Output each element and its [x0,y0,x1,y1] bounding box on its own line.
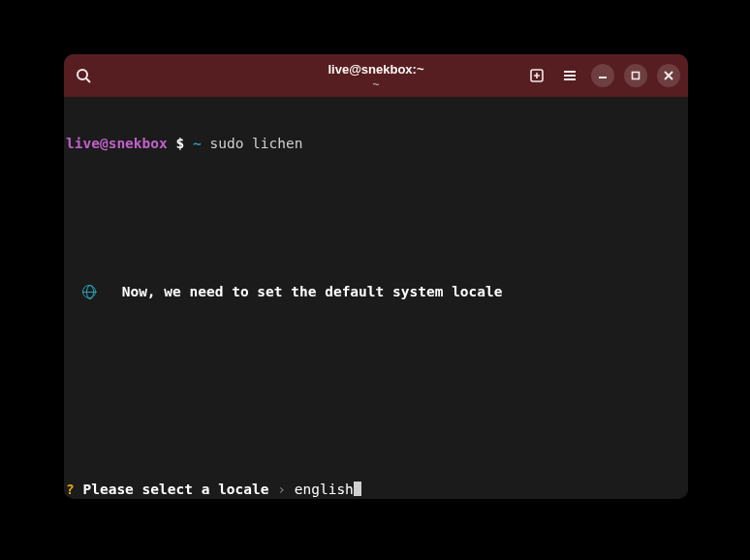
window-title: live@snekbox:~ ~ [328,62,423,90]
question-arrow: › [277,482,286,497]
terminal-window: live@snekbox:~ ~ [64,54,688,499]
prompt-line: live@snekbox $ ~ sudo lichen [66,136,686,152]
title-main: live@snekbox:~ [328,62,423,78]
prompt-char: $ [176,136,185,151]
close-button[interactable] [657,64,680,87]
globe-icon [82,285,96,298]
question-prompt: Please select a locale [82,482,268,497]
search-icon[interactable] [72,64,95,87]
title-subtitle: ~ [328,78,423,89]
titlebar: live@snekbox:~ ~ [64,54,688,97]
question-line[interactable]: ? Please select a locale › english [66,482,686,498]
hamburger-menu-icon[interactable] [558,64,581,87]
svg-line-1 [86,78,90,82]
filter-input[interactable]: english [295,482,354,497]
command-text: sudo lichen [209,136,302,151]
step-message: Now, we need to set the default system l… [122,284,503,299]
tilde: ~ [193,136,202,151]
step-line: Now, we need to set the default system l… [66,284,686,300]
cursor [354,482,361,496]
svg-point-0 [78,70,87,79]
question-mark: ? [66,482,75,497]
maximize-button[interactable] [624,64,647,87]
svg-rect-9 [633,73,640,79]
terminal-content[interactable]: live@snekbox $ ~ sudo lichen Now, we nee… [64,97,688,499]
minimize-button[interactable] [591,64,614,87]
user-host: live@snekbox [66,136,168,151]
new-tab-icon[interactable] [525,64,548,87]
